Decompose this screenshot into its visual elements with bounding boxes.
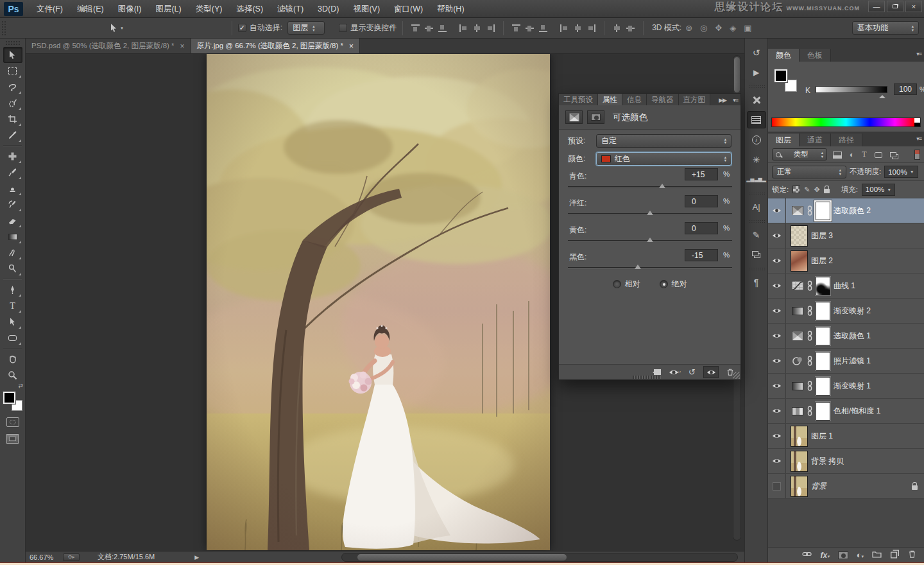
foreground-color-swatch[interactable]: [774, 69, 787, 82]
status-scrub-icon[interactable]: ⚙▸: [63, 553, 80, 561]
layer-name[interactable]: 图层 3: [811, 230, 833, 241]
layer-name[interactable]: 图层 1: [811, 431, 833, 442]
align-left-icon[interactable]: [459, 24, 468, 32]
clone-stamp-tool[interactable]: [3, 180, 22, 196]
restore-button[interactable]: [887, 1, 903, 12]
visibility-toggle[interactable]: [768, 399, 786, 423]
layer-mask-thumbnail[interactable]: [816, 377, 830, 396]
layer-name[interactable]: 渐变映射 1: [834, 381, 871, 392]
layer-row-layer-1[interactable]: 图层 1: [768, 424, 924, 449]
menu-image[interactable]: 图像(I): [111, 0, 149, 18]
close-tab-icon[interactable]: ×: [349, 43, 354, 49]
zoom-tool[interactable]: [3, 367, 22, 383]
distribute-right-icon[interactable]: [587, 24, 595, 32]
smudge-tool[interactable]: [3, 245, 22, 261]
link-layers-icon[interactable]: [802, 550, 812, 561]
distribute-widths-icon[interactable]: [613, 24, 621, 32]
horizontal-scrollbar-thumb[interactable]: [357, 554, 567, 561]
visibility-toggle[interactable]: [768, 424, 786, 448]
properties-panel-icon[interactable]: [747, 111, 766, 128]
new-adjustment-layer-icon[interactable]: ◐▾: [857, 550, 864, 560]
brush-tool[interactable]: [3, 164, 22, 180]
path-selection-tool[interactable]: [3, 314, 22, 330]
menu-file[interactable]: 文件(F): [30, 0, 70, 18]
layer-name[interactable]: 选取颜色 1: [834, 331, 871, 342]
clip-to-layer-icon[interactable]: [654, 369, 661, 375]
mask-badge-icon[interactable]: [587, 110, 604, 124]
move-tool-option-icon[interactable]: ▾: [103, 20, 129, 36]
cyan-slider[interactable]: [568, 186, 732, 188]
align-vcenter-icon[interactable]: [425, 24, 433, 32]
lock-pixels-icon[interactable]: ✎: [804, 186, 810, 194]
tab-color[interactable]: 颜色: [768, 49, 800, 62]
cyan-slider-thumb[interactable]: [659, 184, 665, 188]
filter-smart-objects-icon[interactable]: [890, 150, 898, 159]
blend-mode-dropdown[interactable]: 正常 ▴▾: [772, 166, 846, 178]
visibility-toggle[interactable]: [768, 274, 786, 298]
dock-grip[interactable]: [748, 85, 765, 89]
navigator-panel-icon[interactable]: ✳: [747, 151, 766, 168]
vertical-scrollbar-thumb[interactable]: [734, 57, 740, 92]
history-panel-icon[interactable]: ↺: [747, 44, 766, 61]
auto-select-checkbox[interactable]: ✓: [238, 24, 246, 32]
gradient-tool[interactable]: [3, 229, 22, 245]
layer-thumbnail[interactable]: [791, 451, 808, 472]
collapse-arrows-icon[interactable]: ▶▶: [719, 97, 726, 103]
foreground-color-swatch[interactable]: [3, 392, 15, 404]
hidden-eye-well[interactable]: [773, 482, 781, 491]
align-top-icon[interactable]: [411, 24, 420, 32]
relative-radio[interactable]: 相对: [613, 279, 640, 290]
auto-select-dropdown[interactable]: 图层 ▴▾: [287, 21, 325, 35]
tab-paths[interactable]: 路径: [831, 134, 862, 146]
photo-document[interactable]: [207, 54, 550, 550]
visibility-toggle[interactable]: [768, 223, 786, 248]
preset-dropdown[interactable]: 自定 ▴▾: [596, 134, 732, 148]
show-transform-checkbox[interactable]: [339, 24, 347, 32]
menu-select[interactable]: 选择(S): [229, 0, 270, 18]
document-size-info[interactable]: 文档:2.75M/15.6M: [98, 552, 155, 562]
zoom-level[interactable]: 66.67%: [30, 553, 63, 561]
align-bottom-icon[interactable]: [438, 24, 447, 32]
layer-name[interactable]: 曲线 1: [834, 281, 855, 291]
visibility-toggle[interactable]: [768, 374, 786, 398]
panel-resize-grip[interactable]: [733, 372, 740, 379]
type-tool[interactable]: T: [3, 298, 22, 314]
distribute-bottom-icon[interactable]: [539, 24, 547, 32]
magenta-value-field[interactable]: 0: [685, 195, 718, 207]
layer-name[interactable]: 背景 拷贝: [811, 456, 844, 467]
align-hcenter-icon[interactable]: [473, 24, 481, 32]
absolute-radio[interactable]: 绝对: [660, 279, 687, 290]
3d-scale-icon[interactable]: ▣: [744, 23, 751, 33]
layer-mask-thumbnail[interactable]: [816, 402, 830, 421]
close-button[interactable]: ×: [905, 1, 922, 12]
eraser-tool[interactable]: [3, 213, 22, 229]
layer-name[interactable]: 渐变映射 2: [834, 306, 871, 317]
layer-mask-thumbnail[interactable]: [816, 327, 830, 345]
new-group-icon[interactable]: [872, 550, 882, 561]
quick-selection-tool[interactable]: [3, 95, 22, 111]
black-slider-thumb[interactable]: [635, 265, 641, 269]
menu-help[interactable]: 帮助(H): [430, 0, 471, 18]
actions-panel-icon[interactable]: ▶: [747, 64, 766, 81]
relative-radio-circle[interactable]: [613, 280, 621, 288]
yellow-value-field[interactable]: 0: [685, 222, 718, 234]
opacity-field[interactable]: 100% ▼: [884, 166, 918, 178]
horizontal-scrollbar[interactable]: [341, 553, 738, 562]
lock-all-icon[interactable]: [824, 189, 830, 193]
visibility-toggle[interactable]: [768, 349, 786, 373]
history-brush-tool[interactable]: [3, 196, 22, 213]
layer-row-curves-1[interactable]: 曲线 1: [768, 274, 924, 299]
status-menu-arrow-icon[interactable]: ▶: [194, 554, 199, 561]
menu-window[interactable]: 窗口(W): [387, 0, 430, 18]
menu-edit[interactable]: 编辑(E): [70, 0, 111, 18]
layer-thumbnail[interactable]: [791, 476, 808, 497]
toolbar-grip[interactable]: [5, 40, 20, 45]
lock-transparency-icon[interactable]: [792, 186, 800, 193]
eyedropper-tool[interactable]: [3, 127, 22, 143]
lasso-tool[interactable]: [3, 79, 22, 95]
layer-name[interactable]: 选取颜色 2: [834, 205, 871, 216]
layer-name[interactable]: 色相/饱和度 1: [834, 406, 880, 417]
layer-name[interactable]: 背景: [811, 481, 826, 492]
layer-mask-thumbnail[interactable]: [816, 302, 830, 320]
dock-grip[interactable]: [748, 267, 765, 271]
